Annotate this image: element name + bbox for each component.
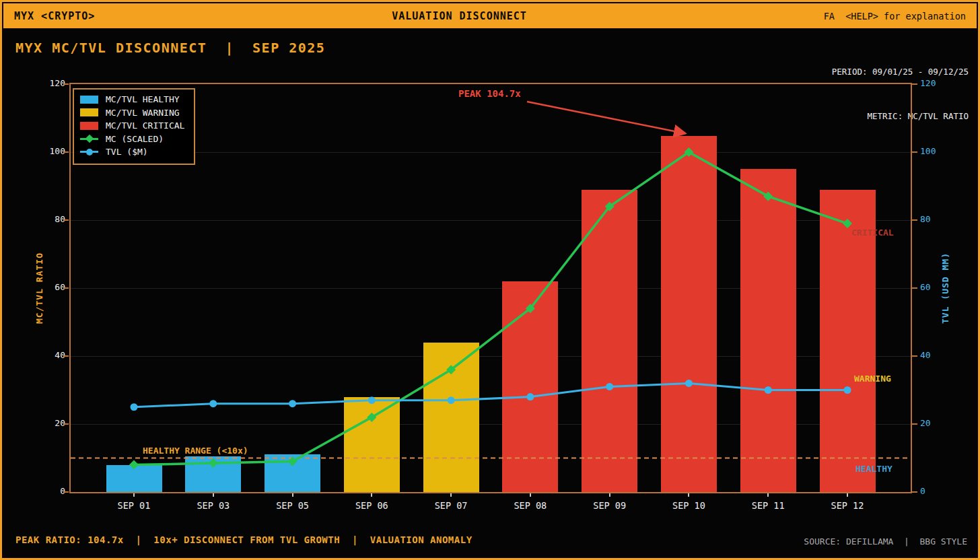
period-label: PERIOD: 09/01/25 - 09/12/25 [832,65,969,79]
mc-scaled--line [134,152,847,465]
y-axis-title-right: TVL (USD MM) [940,252,950,324]
y-tick-mark-left [63,219,69,221]
x-tick-mark [133,493,135,497]
y-tick-label-left: 60 [37,282,65,292]
legend-line-glyph [80,147,98,156]
ticker-label: MYX <CRYPTO> [14,10,95,22]
x-tick-label-sep-08: SEP 08 [500,500,561,511]
terminal-header-bar: MYX <CRYPTO> VALUATION DISCONNECT FA <HE… [3,3,977,28]
tvl-m--marker [448,396,455,404]
mc-scaled--marker [209,458,218,468]
tvl-m--marker [289,400,296,407]
y-tick-label-left: 120 [37,78,65,88]
x-tick-label-sep-01: SEP 01 [104,500,164,511]
y-tick-mark-left [63,151,69,153]
y-tick-mark-left [63,83,69,85]
y-tick-mark-left [63,355,69,357]
x-tick-label-sep-12: SEP 12 [817,500,878,511]
terminal-page: MYX <CRYPTO> VALUATION DISCONNECT FA <HE… [0,0,980,560]
legend-label: MC/TVL WARNING [106,108,180,118]
tvl-m--marker [844,386,851,394]
y-tick-label-right: 60 [920,282,948,292]
y-tick-label-right: 40 [920,350,948,360]
x-tick-label-sep-11: SEP 11 [738,500,798,511]
header-title: VALUATION DISCONNECT [392,10,527,22]
y-tick-label-left: 100 [37,146,65,156]
legend-label: TVL ($M) [106,147,148,157]
tvl-m--marker [368,396,376,404]
x-tick-mark [688,493,689,497]
x-tick-label-sep-09: SEP 09 [580,500,640,511]
plot-area [69,83,912,493]
legend-line-glyph [80,135,98,143]
y-tick-mark-left [63,423,69,425]
x-tick-label-sep-06: SEP 06 [341,500,402,511]
y-tick-label-right: 80 [920,214,948,224]
y-tick-label-right: 20 [920,418,948,428]
legend-marker-circle [86,149,93,155]
legend-item-tvl-m-: TVL ($M) [80,147,184,158]
legend-item-mc-tvl-healthy: MC/TVL HEALTHY [80,94,184,105]
tvl-m--marker [526,393,534,400]
tvl-m--marker [685,380,693,387]
x-tick-mark [292,493,293,497]
x-tick-mark [450,493,452,497]
x-tick-label-sep-10: SEP 10 [658,500,719,511]
legend-swatch-critical [80,122,98,130]
y-tick-mark-left [63,287,69,289]
tvl-m--marker [606,383,613,390]
y-tick-mark-right [912,287,917,289]
chart-title: MYX MC/TVL DISCONNECT | SEP 2025 [15,40,325,56]
x-tick-label-sep-07: SEP 07 [421,500,481,511]
x-tick-mark [609,493,610,497]
y-tick-label-left: 80 [37,214,65,224]
y-tick-label-right: 0 [920,486,948,496]
y-tick-mark-right [912,491,917,493]
line-series-overlay [71,84,911,492]
tvl-m--marker [131,403,138,411]
legend-marker-diamond [85,135,94,143]
tvl-m--marker [209,400,217,407]
x-tick-label-sep-03: SEP 03 [183,500,244,511]
y-tick-label-left: 40 [37,350,65,360]
y-tick-mark-right [912,355,917,357]
y-tick-mark-left [63,491,69,493]
legend-swatch-healthy [80,96,98,104]
mc-scaled--marker [843,219,852,228]
help-hint[interactable]: FA <HELP> for explanation [824,11,966,22]
legend-swatch-warning [80,108,98,116]
legend-item-mc-tvl-critical: MC/TVL CRITICAL [80,120,184,131]
x-tick-mark [530,493,531,497]
x-tick-mark [767,493,769,497]
tvl-m--line [134,383,847,407]
peak-annotation-arrow [527,102,685,133]
legend-item-mc-tvl-warning: MC/TVL WARNING [80,108,184,118]
tvl-m--marker [765,386,772,394]
legend: MC/TVL HEALTHYMC/TVL WARNINGMC/TVL CRITI… [73,88,195,165]
y-tick-label-left: 0 [37,486,65,496]
legend-item-mc-scaled-: MC (SCALED) [80,134,184,145]
legend-label: MC (SCALED) [106,134,164,144]
footer-source: SOURCE: DEFILLAMA | BBG STYLE [804,536,967,547]
legend-label: MC/TVL HEALTHY [106,94,180,104]
legend-label: MC/TVL CRITICAL [106,120,184,131]
y-tick-label-left: 20 [37,418,65,428]
x-tick-label-sep-05: SEP 05 [262,500,323,511]
mc-scaled--marker [129,460,139,470]
x-tick-mark [847,493,848,497]
x-tick-mark [213,493,214,497]
y-axis-title-left: MC/TVL RATIO [34,252,44,324]
mc-scaled--marker [763,192,773,201]
y-tick-mark-right [912,219,917,221]
x-tick-mark [371,493,372,497]
y-tick-mark-right [912,423,917,425]
footer-summary: PEAK RATIO: 104.7x | 10x+ DISCONNECT FRO… [15,534,473,545]
